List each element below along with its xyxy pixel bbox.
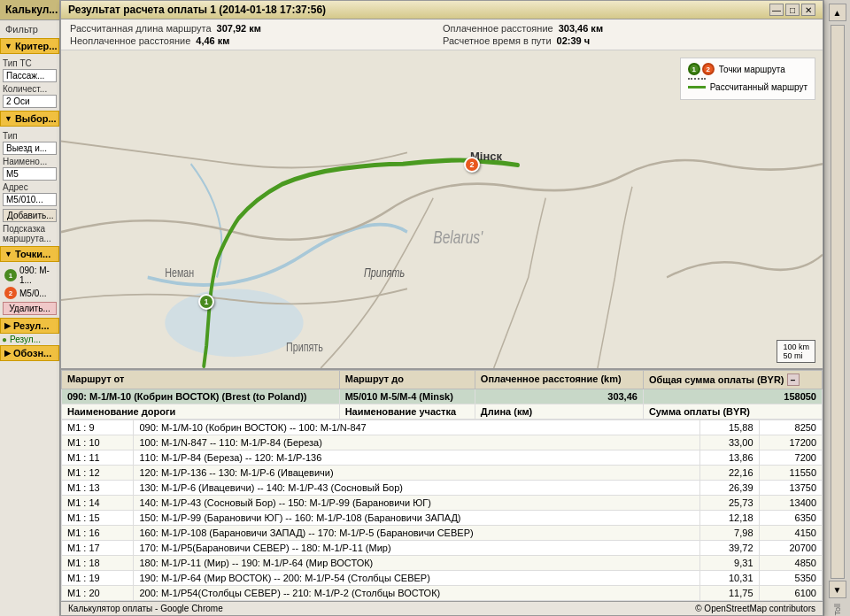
svg-text:Припять: Припять xyxy=(364,266,405,281)
result-title: Результат расчета оплаты 1 (2014-01-18 1… xyxy=(68,4,326,16)
axle-count-label: Количест... xyxy=(3,84,57,94)
result-text-1: Резул... xyxy=(10,335,41,344)
paid-distance-value: 303,46 км xyxy=(559,23,603,34)
legend-item-route xyxy=(688,78,808,80)
scroll-up-btn[interactable]: ▲ xyxy=(829,4,846,21)
bottom-left: Калькулятор оплаты - Google Chrome xyxy=(68,604,223,613)
table-row: M1 : 14 140: M-1/P-43 (Сосновый Бор) -- … xyxy=(62,496,823,511)
legend-dot-1: 1 xyxy=(688,63,700,75)
toll-logo: Toll xyxy=(833,604,842,616)
bottom-bar: Калькулятор оплаты - Google Chrome © Ope… xyxy=(61,601,823,615)
route-length-value: 307,92 км xyxy=(217,23,261,34)
bottom-right: © OpenStreetMap contributors xyxy=(695,604,815,613)
name-value[interactable]: M5 xyxy=(3,167,57,181)
type-label: Тип xyxy=(3,131,57,141)
scrollbar-track[interactable] xyxy=(831,25,845,579)
stat-route-length: Рассчитанная длина маршрута 307,92 км xyxy=(70,23,441,34)
stats-row: Рассчитанная длина маршрута 307,92 км Оп… xyxy=(61,19,823,50)
table-row: M1 : 18 180: M-1/P-11 (Мир) -- 190: M-1/… xyxy=(62,556,823,571)
route-length-label: Рассчитанная длина маршрута xyxy=(70,23,212,34)
criteria-label: Критер... xyxy=(15,41,58,51)
map-marker-1: 1 xyxy=(198,294,214,310)
address-value[interactable]: M5/010... xyxy=(3,193,57,206)
table-row: M1 : 9 090: M-1/M-10 (Кобрин ВОСТОК) -- … xyxy=(62,420,823,435)
point-text-1: 090: M-1... xyxy=(19,266,55,285)
table-row: M1 : 17 170: M-1/P5(Барановичи СЕВЕР) --… xyxy=(62,541,823,556)
vehicle-type-value[interactable]: Пассаж... xyxy=(3,69,57,82)
point-item-1: 1 090: M-1... xyxy=(3,265,57,286)
table-row: M1 : 13 130: M-1/P-6 (Ивацевичи) -- 140:… xyxy=(62,481,823,496)
sub-col1: Наименование дороги xyxy=(62,404,340,420)
points-section-header[interactable]: ▼ Точки... xyxy=(0,246,59,262)
map-legend: 1 2 Точки маршрута Рассчитанный маршрут xyxy=(680,58,815,100)
right-strip: ▲ ▼ Toll xyxy=(823,0,850,616)
table-container[interactable]: Маршрут от Маршрут до Оплаченное расстоя… xyxy=(61,368,823,601)
legend-route-calc-label: Рассчитанный маршрут xyxy=(710,82,808,92)
col-to: Маршрут до xyxy=(339,371,475,389)
legend-points-label: Точки маршрута xyxy=(719,65,785,74)
legend-dot-2: 2 xyxy=(702,63,715,75)
close-button[interactable]: ✕ xyxy=(801,4,815,16)
address-label: Адрес xyxy=(3,182,57,192)
sub-col2: Наименование участка xyxy=(339,404,475,420)
stat-travel-time: Расчетное время в пути 02:39 ч xyxy=(443,35,814,46)
point-num-2: 2 xyxy=(4,287,17,299)
scroll-down-btn[interactable]: ▼ xyxy=(829,581,846,598)
app-title: Калькул... xyxy=(0,0,59,20)
type-value[interactable]: Выезд и... xyxy=(3,142,57,155)
vehicle-type-label: Тип ТС xyxy=(3,58,57,68)
selection-section-header[interactable]: ▼ Выбор... xyxy=(0,111,59,127)
main-content: Результат расчета оплаты 1 (2014-01-18 1… xyxy=(60,0,823,616)
col-total: Общая сумма оплаты (BYR) − xyxy=(643,371,822,389)
points-arrow: ▼ xyxy=(4,250,12,258)
sub-col3: Длина (км) xyxy=(475,404,643,420)
svg-text:Припять: Припять xyxy=(286,340,323,354)
criteria-arrow: ▼ xyxy=(4,42,12,50)
points-label: Точки... xyxy=(15,249,50,259)
summary-distance: 303,46 xyxy=(475,389,643,404)
stat-unpaid-distance: Неоплаченное расстояние 4,46 км xyxy=(70,35,441,46)
sub-header-row: Наименование дороги Наименование участка… xyxy=(62,404,823,420)
obl-section-header[interactable]: ▶ Обозн... xyxy=(0,345,59,361)
results-arrow: ▶ xyxy=(4,321,11,330)
map-container[interactable]: Припять Нeман Припять Belarus' Мiнск 1 2 xyxy=(61,50,823,368)
table-row: M1 : 11 110: M-1/P-84 (Береза) -- 120: M… xyxy=(62,450,823,466)
point-text-2: M5/0... xyxy=(19,289,47,298)
obl-label: Обозн... xyxy=(13,348,51,358)
stat-paid-distance: Оплаченное расстояние 303,46 км xyxy=(443,23,814,34)
col4-label: Общая сумма оплаты (BYR) xyxy=(649,374,784,385)
paid-distance-label: Оплаченное расстояние xyxy=(443,23,553,34)
result-item-1: ● Резул... xyxy=(0,334,59,345)
results-section-header[interactable]: ▶ Резул... xyxy=(0,318,59,334)
point-item-2: 2 M5/0... xyxy=(3,286,57,300)
legend-dotted-line xyxy=(688,78,706,80)
travel-time-value: 02:39 ч xyxy=(557,35,591,46)
svg-text:Нeман: Нeман xyxy=(165,266,194,281)
criteria-section-header[interactable]: ▼ Критер... xyxy=(0,38,59,54)
col-from: Маршрут от xyxy=(62,371,340,389)
axle-count-value[interactable]: 2 Оси xyxy=(3,95,57,108)
add-button[interactable]: Добавить... xyxy=(3,209,57,222)
criteria-body: Тип ТС Пассаж... Количест... 2 Оси xyxy=(0,54,59,111)
legend-green-line xyxy=(688,86,706,89)
summary-to: M5/010 M-5/M-4 (Minsk) xyxy=(339,389,475,404)
selection-arrow: ▼ xyxy=(4,114,12,123)
scale-km: 100 km xyxy=(783,343,809,351)
name-label: Наимено... xyxy=(3,157,57,166)
unpaid-distance-label: Неоплаченное расстояние xyxy=(70,35,190,46)
data-table: M1 : 9 090: M-1/M-10 (Кобрин ВОСТОК) -- … xyxy=(61,420,823,601)
minimize-button[interactable]: — xyxy=(769,4,784,16)
travel-time-label: Расчетное время в пути xyxy=(443,35,552,46)
collapse-table-btn[interactable]: − xyxy=(787,373,800,386)
table-row: M1 : 19 190: M-1/P-64 (Мир ВОСТОК) -- 20… xyxy=(62,571,823,586)
maximize-button[interactable]: □ xyxy=(785,4,800,16)
table-row: M1 : 10 100: M-1/N-847 -- 110: M-1/P-84 … xyxy=(62,435,823,450)
legend-item-points: 1 2 Точки маршрута xyxy=(688,63,808,75)
sub-col4: Сумма оплаты (BYR) xyxy=(643,404,822,420)
selection-body: Тип Выезд и... Наимено... M5 Адрес M5/01… xyxy=(0,127,59,246)
delete-button[interactable]: Удалить... xyxy=(3,302,57,315)
left-sidebar: Калькул... Фильтр ▼ Критер... Тип ТС Пас… xyxy=(0,0,60,616)
table-row: M1 : 20 200: M-1/P54(Столбцы СЕВЕР) -- 2… xyxy=(62,586,823,601)
results-label: Резул... xyxy=(13,320,50,331)
summary-row: 090: M-1/M-10 (Кобрин ВОСТОК) (Brest (to… xyxy=(62,389,823,404)
